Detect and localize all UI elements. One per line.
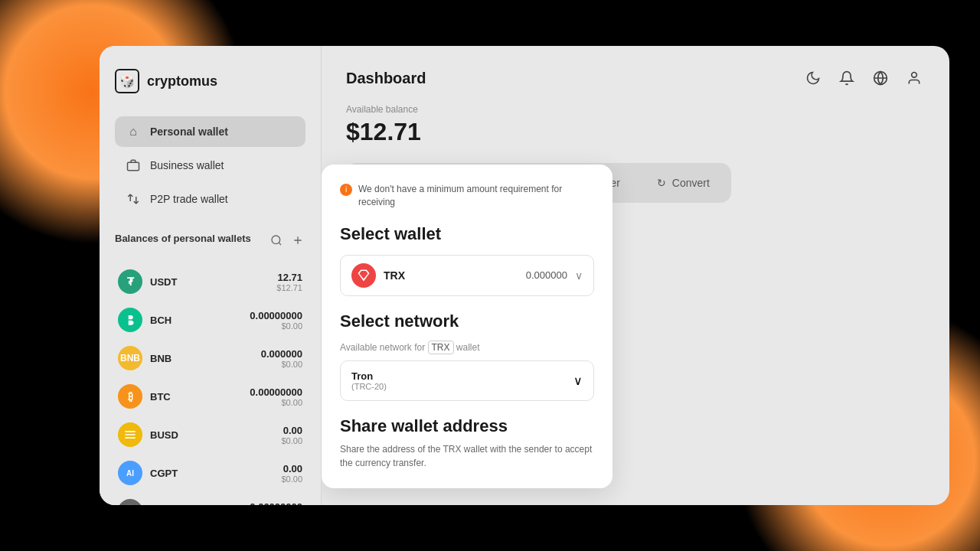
select-network-title: Select network: [340, 311, 594, 331]
network-info-prefix: Available network for: [340, 342, 425, 353]
wallet-item-cpt[interactable]: CPT 0.00000000 $0.00: [115, 493, 305, 505]
p2p-icon: [126, 191, 141, 207]
balance-label: Available balance: [346, 104, 925, 115]
wallet-list: ₮ USDT 12.71 $12.71 BCH 0.00000000 $0.00: [115, 263, 305, 505]
btc-balance: 0.00000000 $0.00: [250, 386, 302, 407]
network-info: Available network for TRX wallet: [340, 342, 594, 353]
bch-balance-main: 0.00000000: [250, 310, 302, 321]
network-name: Tron: [351, 370, 387, 382]
wallet-item-bnb[interactable]: BNB BNB 0.000000 $0.00: [115, 340, 305, 377]
busd-icon: [118, 422, 142, 447]
search-wallets-button[interactable]: [269, 233, 284, 251]
btc-symbol: BTC: [150, 391, 242, 403]
sidebar-item-p2p-wallet[interactable]: P2P trade wallet: [115, 184, 305, 214]
usdt-balance: 12.71 $12.71: [276, 272, 302, 292]
tab-convert-label: Convert: [672, 177, 710, 189]
usdt-balance-main: 12.71: [276, 272, 302, 283]
section-actions: [269, 233, 305, 251]
bch-symbol: BCH: [150, 315, 242, 326]
wallet-item-btc[interactable]: ₿ BTC 0.00000000 $0.00: [115, 378, 305, 415]
trx-icon: [351, 263, 376, 288]
balance-amount: $12.71: [346, 118, 925, 146]
wallet-selector-name: TRX: [384, 269, 405, 282]
nav-label-personal: Personal wallet: [150, 126, 228, 138]
btc-icon: ₿: [118, 384, 142, 409]
wallet-chevron-icon: ∨: [575, 269, 583, 282]
select-wallet-title: Select wallet: [340, 224, 594, 244]
network-section: Select network Available network for TRX…: [340, 311, 594, 401]
bnb-icon: BNB: [118, 346, 142, 370]
main-card: 🎲 cryptomus ⌂ Personal wallet Business w…: [100, 46, 949, 505]
sidebar-item-personal-wallet[interactable]: ⌂ Personal wallet: [115, 116, 305, 147]
tab-convert[interactable]: ↻ Convert: [642, 169, 725, 197]
cpt-icon: [118, 499, 142, 505]
bch-balance-usd: $0.00: [250, 321, 302, 331]
bnb-symbol: BNB: [150, 353, 253, 364]
svg-point-3: [912, 73, 917, 78]
info-banner: i We don't have a minimum amount require…: [340, 183, 594, 209]
main-content: Dashboard Available balance $12.71: [322, 46, 949, 505]
business-icon: [126, 158, 141, 173]
bnb-balance: 0.000000 $0.00: [261, 348, 302, 369]
logo-icon: 🎲: [115, 69, 139, 93]
sidebar: 🎲 cryptomus ⌂ Personal wallet Business w…: [100, 46, 322, 505]
logo-area: 🎲 cryptomus: [115, 69, 305, 93]
btc-balance-usd: $0.00: [250, 398, 302, 407]
network-selector[interactable]: Tron (TRC-20) ∨: [340, 360, 594, 401]
profile-button[interactable]: [903, 67, 925, 89]
cgpt-balance: 0.00 $0.00: [281, 463, 302, 484]
bnb-balance-main: 0.000000: [261, 348, 302, 360]
share-desc: Share the address of the TRX wallet with…: [340, 442, 594, 470]
bch-icon: [118, 308, 142, 332]
wallet-item-busd[interactable]: BUSD 0.00 $0.00: [115, 416, 305, 453]
bch-balance: 0.00000000 $0.00: [250, 310, 302, 331]
nav-menu: ⌂ Personal wallet Business wallet P2P tr…: [115, 116, 305, 214]
busd-balance-main: 0.00: [281, 425, 302, 436]
wallet-selector-balance: 0.000000: [526, 269, 567, 281]
logo-text: cryptomus: [147, 73, 217, 90]
dashboard-title: Dashboard: [346, 70, 426, 87]
nav-label-p2p: P2P trade wallet: [150, 193, 228, 205]
notifications-button[interactable]: [836, 67, 858, 89]
wallet-item-usdt[interactable]: ₮ USDT 12.71 $12.71: [115, 263, 305, 300]
wallet-item-bch[interactable]: BCH 0.00000000 $0.00: [115, 302, 305, 338]
bnb-balance-usd: $0.00: [261, 360, 302, 369]
network-info-suffix: wallet: [456, 342, 480, 353]
share-wallet-title: Share wallet address: [340, 416, 594, 436]
cgpt-balance-main: 0.00: [281, 463, 302, 474]
wallet-section-header: Balances of personal wallets: [115, 233, 305, 251]
convert-icon: ↻: [657, 177, 666, 189]
dashboard-header: Dashboard: [346, 67, 925, 89]
network-highlight: TRX: [428, 341, 454, 354]
info-icon: i: [340, 184, 352, 196]
sidebar-item-business-wallet[interactable]: Business wallet: [115, 150, 305, 181]
network-chevron-icon: ∨: [573, 373, 583, 388]
busd-balance: 0.00 $0.00: [281, 425, 302, 445]
busd-symbol: BUSD: [150, 429, 273, 441]
wallet-selector[interactable]: TRX 0.000000 ∨: [340, 255, 594, 296]
network-info-text: Tron (TRC-20): [351, 370, 387, 391]
usdt-icon: ₮: [118, 269, 142, 294]
section-title: Balances of personal wallets: [115, 233, 251, 246]
cpt-balance: 0.00000000 $0.00: [250, 501, 302, 506]
cpt-balance-main: 0.00000000: [250, 501, 302, 506]
balance-section: Available balance $12.71: [346, 104, 925, 146]
usdt-symbol: USDT: [150, 276, 269, 288]
language-button[interactable]: [870, 67, 891, 89]
usdt-balance-usd: $12.71: [276, 283, 302, 292]
wallet-item-cgpt[interactable]: AI CGPT 0.00 $0.00: [115, 455, 305, 491]
add-wallet-button[interactable]: [290, 233, 305, 251]
cgpt-balance-usd: $0.00: [281, 474, 302, 484]
dark-mode-button[interactable]: [802, 67, 824, 89]
cgpt-symbol: CGPT: [150, 468, 273, 479]
network-sub: (TRC-20): [351, 382, 387, 391]
busd-balance-usd: $0.00: [281, 436, 302, 445]
svg-rect-0: [128, 162, 139, 171]
svg-point-1: [272, 236, 280, 244]
receive-modal: i We don't have a minimum amount require…: [322, 165, 612, 488]
info-text: We don't have a minimum amount requireme…: [358, 183, 594, 209]
btc-balance-main: 0.00000000: [250, 386, 302, 398]
nav-label-business: Business wallet: [150, 159, 224, 171]
cgpt-icon: AI: [118, 461, 142, 485]
header-icons: [802, 67, 925, 89]
